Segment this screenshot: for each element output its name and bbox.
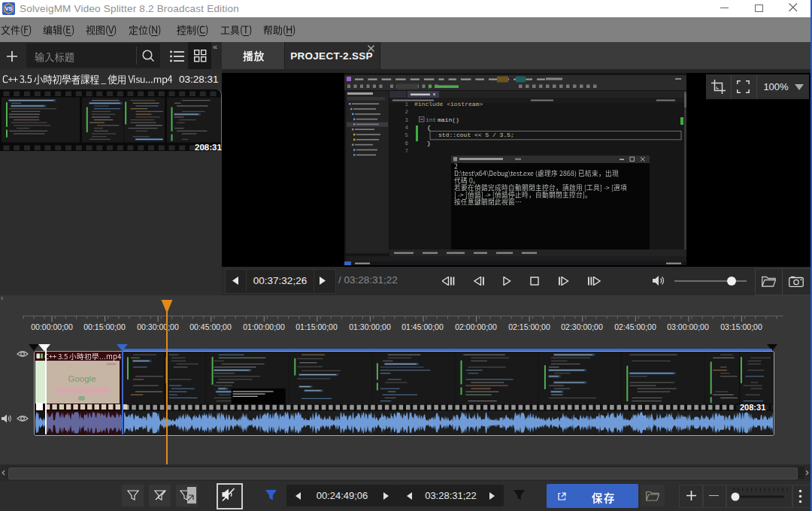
svg-text:5: 5 bbox=[404, 132, 408, 138]
svg-text:1: 1 bbox=[404, 101, 408, 107]
svg-text:std::cout << 5 / 3.5;: std::cout << 5 / 3.5; bbox=[438, 132, 514, 138]
svg-text:#include <iostream>: #include <iostream> bbox=[414, 101, 483, 107]
svg-text:}: } bbox=[427, 140, 431, 147]
svg-text:int: int bbox=[426, 116, 436, 123]
svg-text:6: 6 bbox=[404, 141, 408, 147]
svg-text:4: 4 bbox=[404, 125, 408, 131]
svg-text:3: 3 bbox=[404, 117, 408, 123]
svg-text:7: 7 bbox=[404, 148, 408, 154]
svg-text:Google: Google bbox=[68, 374, 95, 383]
svg-text:main(): main() bbox=[438, 116, 459, 123]
svg-text:2: 2 bbox=[404, 109, 408, 115]
svg-text:{: { bbox=[427, 124, 431, 131]
svg-text:VS: VS bbox=[5, 5, 12, 12]
